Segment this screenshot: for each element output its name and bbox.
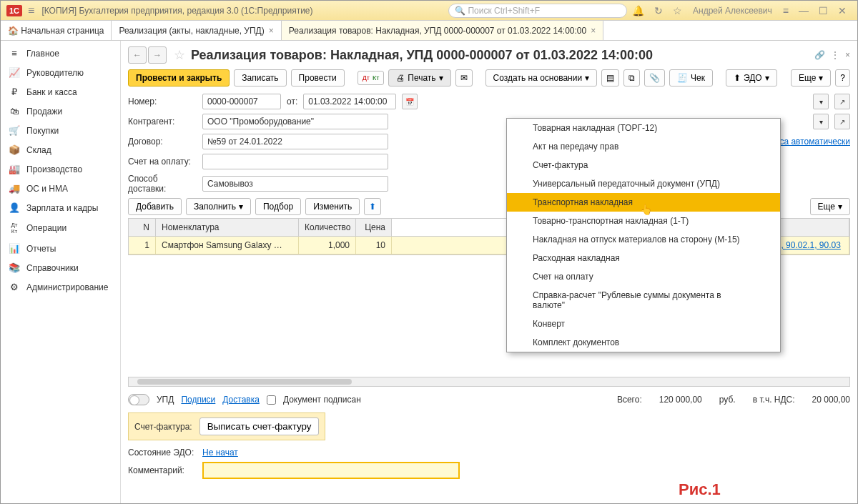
sidebar-item-main[interactable]: ≡Главное	[1, 44, 120, 63]
fill-button[interactable]: Заполнить ▾	[186, 198, 251, 215]
hamburger-icon[interactable]: ≡	[28, 4, 34, 17]
contract-field[interactable]: №59 от 24.01.2022	[202, 134, 388, 149]
link-icon[interactable]: 🔗	[814, 50, 825, 60]
star-icon[interactable]: ☆	[673, 5, 682, 16]
nav-forward-button[interactable]: →	[148, 46, 167, 64]
cell-n: 1	[129, 237, 156, 254]
select-button[interactable]: Подбор	[255, 198, 301, 215]
print-expense[interactable]: Расходная накладная	[507, 249, 780, 267]
add-row-button[interactable]: Добавить	[128, 198, 182, 215]
print-pack[interactable]: Комплект документов	[507, 333, 780, 352]
horizontal-scrollbar[interactable]	[128, 377, 850, 387]
write-invoice-button[interactable]: Выписать счет-фактуру	[199, 417, 320, 435]
sidebar-item-label: Отчеты	[26, 244, 56, 254]
delivery-label: Способ доставки:	[128, 174, 197, 194]
delivery-field[interactable]: Самовывоз	[202, 176, 388, 192]
cell-price: 10	[356, 237, 392, 254]
invoice-for-field[interactable]	[202, 154, 388, 169]
figure-label: Рис.1	[679, 480, 721, 499]
print-m15[interactable]: Накладная на отпуск материалов на сторон…	[507, 230, 780, 249]
edo-status-link[interactable]: Не начат	[202, 448, 238, 458]
sidebar-item-manager[interactable]: 📈Руководителю	[1, 63, 120, 82]
favorite-icon[interactable]: ☆	[174, 47, 185, 63]
edo-button[interactable]: ⬆ ЭДО ▾	[726, 69, 777, 87]
tab-realizations-list[interactable]: Реализация (акты, накладные, УПД) ×	[112, 21, 281, 40]
delivery-link[interactable]: Доставка	[222, 395, 260, 405]
date-field[interactable]: 01.03.2022 14:00:00	[303, 94, 396, 109]
sidebar-item-production[interactable]: 🏭Производство	[1, 159, 120, 179]
print-button[interactable]: 🖨 Печать ▾	[388, 69, 450, 87]
sidebar-item-operations[interactable]: Дт КтОперации	[1, 217, 120, 239]
sidebar-item-warehouse[interactable]: 📦Склад	[1, 140, 120, 159]
history-icon[interactable]: ↻	[654, 5, 663, 16]
print-act[interactable]: Акт на передачу прав	[507, 137, 780, 156]
sidebar-item-label: Склад	[26, 145, 51, 155]
attach-button[interactable]: 📎	[644, 69, 665, 87]
print-bill[interactable]: Счет на оплату	[507, 267, 780, 286]
table-more-button[interactable]: Еще ▾	[810, 198, 850, 215]
minimize-icon[interactable]: —	[799, 5, 809, 16]
print-envelope[interactable]: Конверт	[507, 315, 780, 333]
col-price[interactable]: Цена	[356, 219, 392, 236]
chevron-down-icon: ▾	[819, 73, 823, 83]
sidebar-item-sales[interactable]: 🛍Продажи	[1, 102, 120, 121]
sidebar-item-reports[interactable]: 📊Отчеты	[1, 239, 120, 258]
comment-field[interactable]	[202, 462, 460, 479]
sidebar-item-purchases[interactable]: 🛒Покупки	[1, 121, 120, 140]
doc-signed-checkbox[interactable]	[267, 395, 276, 405]
dtkt-button[interactable]: ДтКт	[358, 71, 385, 85]
sidebar-item-bank[interactable]: ₽Банк и касса	[1, 82, 120, 102]
close-page-icon[interactable]: ×	[845, 50, 850, 60]
search-input[interactable]: 🔍 Поиск Ctrl+Shift+F	[448, 4, 627, 18]
move-up-button[interactable]: ⬆	[364, 198, 381, 215]
tab-home[interactable]: 🏠 Начальная страница	[1, 21, 112, 40]
copy-button[interactable]: ⧉	[623, 69, 640, 87]
open-icon[interactable]: ↗	[834, 94, 850, 109]
check-button[interactable]: 🧾 Чек	[669, 69, 713, 87]
col-nomenclature[interactable]: Номенклатура	[156, 219, 299, 236]
post-button[interactable]: Провести	[291, 69, 345, 87]
sidebar-item-assets[interactable]: 🚚ОС и НМА	[1, 179, 120, 198]
maximize-icon[interactable]: ☐	[819, 5, 828, 16]
settings-icon[interactable]: ≡	[783, 5, 789, 16]
help-button[interactable]: ?	[835, 69, 850, 87]
print-currency-ref[interactable]: Справка-расчет "Рублевые суммы документа…	[507, 286, 780, 315]
user-name[interactable]: Андрей Алексеевич	[693, 6, 772, 16]
more-button[interactable]: Еще ▾	[791, 69, 831, 87]
calendar-icon[interactable]: 📅	[402, 94, 418, 109]
sidebar-item-catalogs[interactable]: 📚Справочники	[1, 258, 120, 277]
tab-close-icon[interactable]: ×	[591, 26, 596, 36]
number-field[interactable]: 0000-000007	[202, 94, 281, 109]
tab-close-icon[interactable]: ×	[269, 26, 274, 36]
create-based-button[interactable]: Создать на основании ▾	[485, 69, 598, 87]
dropdown-icon[interactable]: ▾	[813, 94, 829, 109]
edit-button[interactable]: Изменить	[305, 198, 360, 215]
close-icon[interactable]: ✕	[838, 5, 847, 16]
number-label: Номер:	[128, 97, 197, 107]
dropdown-icon[interactable]: ▾	[813, 114, 829, 129]
currency-label: руб.	[719, 395, 736, 405]
kebab-icon[interactable]: ⋮	[831, 50, 839, 60]
tab-document[interactable]: Реализация товаров: Накладная, УПД 0000-…	[282, 21, 603, 40]
print-torg12[interactable]: Товарная накладная (ТОРГ-12)	[507, 119, 780, 137]
print-upd[interactable]: Универсальный передаточный документ (УПД…	[507, 174, 780, 193]
upd-toggle[interactable]	[128, 394, 149, 405]
save-button[interactable]: Записать	[234, 69, 286, 87]
bell-icon[interactable]: 🔔	[632, 5, 644, 16]
sidebar-item-admin[interactable]: ⚙Администрирование	[1, 277, 120, 297]
tabs-row: 🏠 Начальная страница Реализация (акты, н…	[1, 21, 857, 41]
mail-button[interactable]: ✉	[455, 69, 473, 87]
printer-icon: 🖨	[396, 73, 405, 83]
list-button[interactable]: ▤	[601, 69, 619, 87]
post-and-close-button[interactable]: Провести и закрыть	[128, 69, 230, 87]
print-invoice[interactable]: Счет-фактура	[507, 156, 780, 174]
col-n[interactable]: N	[129, 219, 156, 236]
open-icon[interactable]: ↗	[834, 114, 850, 129]
bag-icon: 🛍	[8, 106, 21, 117]
sidebar-item-hr[interactable]: 👤Зарплата и кадры	[1, 198, 120, 217]
nav-back-button[interactable]: ←	[128, 46, 147, 64]
counterparty-field[interactable]: ООО "Промоборудование"	[202, 114, 388, 129]
col-quantity[interactable]: Количество	[299, 219, 356, 236]
signatures-link[interactable]: Подписи	[181, 395, 215, 405]
bars-icon: 📊	[8, 243, 21, 254]
